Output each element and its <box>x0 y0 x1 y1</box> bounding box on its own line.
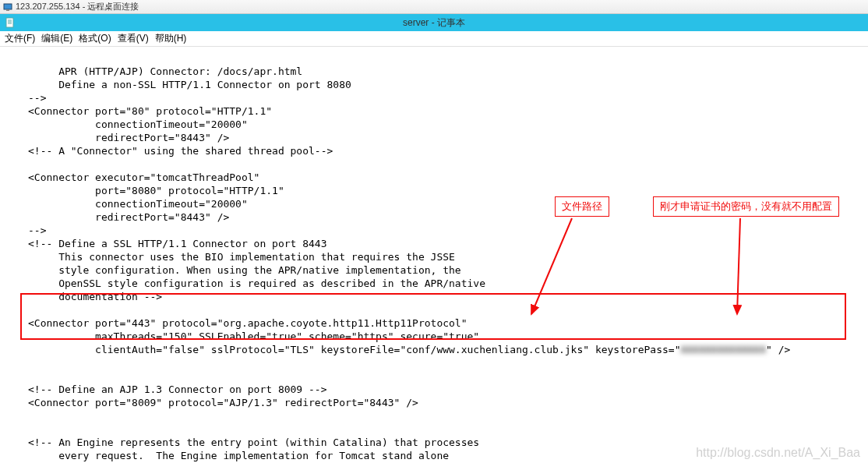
svg-rect-0 <box>4 4 12 9</box>
menu-help[interactable]: 帮助(H) <box>155 32 187 45</box>
code-line: This connector uses the BIO implementati… <box>28 251 455 263</box>
code-line: <Connector port="443" protocol="org.apac… <box>28 317 468 329</box>
menu-view[interactable]: 查看(V) <box>118 32 149 45</box>
notepad-titlebar: server - 记事本 <box>0 14 868 31</box>
editor-content[interactable]: APR (HTTP/AJP) Connector: /docs/apr.html… <box>0 47 868 463</box>
notepad-title-text: server - 记事本 <box>403 16 465 30</box>
code-line: clientAuth="false" sslProtocol="TLS" key… <box>28 344 790 355</box>
annotation-file-path: 文件路径 <box>555 196 609 217</box>
rdp-icon <box>3 2 12 12</box>
code-line: <!-- Define an AJP 1.3 Connector on port… <box>28 383 327 395</box>
svg-rect-1 <box>6 9 9 11</box>
code-line: redirectPort="8443" /> <box>28 132 229 143</box>
menu-file[interactable]: 文件(F) <box>5 32 35 45</box>
watermark: http://blog.csdn.net/A_Xi_Baa <box>696 446 860 460</box>
rdp-title-text: 123.207.255.134 - 远程桌面连接 <box>16 1 139 12</box>
code-line: <!-- Define a SSL HTTP/1.1 Connector on … <box>28 238 327 249</box>
code-line: every request. The Engine implementation… <box>28 450 449 461</box>
code-line: --> <box>28 92 46 104</box>
code-line: <!-- A "Connector" using the shared thre… <box>28 145 333 157</box>
annotation-cert-password: 刚才申请证书的密码，没有就不用配置 <box>653 196 839 217</box>
code-line: <Connector port="80" protocol="HTTP/1.1" <box>28 105 272 117</box>
code-line: Define a non-SSL HTTP/1.1 Connector on p… <box>28 79 351 90</box>
rdp-titlebar: 123.207.255.134 - 远程桌面连接 <box>0 0 868 14</box>
code-line: <Connector port="8009" protocol="AJP/1.3… <box>28 397 418 408</box>
menubar: 文件(F) 编辑(E) 格式(O) 查看(V) 帮助(H) <box>0 31 868 47</box>
document-icon <box>5 17 16 28</box>
menu-format[interactable]: 格式(O) <box>79 32 111 45</box>
code-line: APR (HTTP/AJP) Connector: /docs/apr.html <box>28 65 302 77</box>
code-line: --> <box>28 224 46 236</box>
svg-rect-2 <box>6 18 13 27</box>
code-line: style configuration. When using the APR/… <box>28 264 461 276</box>
code-line: connectionTimeout="20000" <box>28 198 248 210</box>
code-line: OpenSSL style configuration is required … <box>28 277 485 289</box>
menu-edit[interactable]: 编辑(E) <box>41 32 72 45</box>
code-line: maxThreads="150" SSLEnabled="true" schem… <box>28 330 479 342</box>
code-line: redirectPort="8443" /> <box>28 211 229 223</box>
code-line: <!-- An Engine represents the entry poin… <box>28 436 479 448</box>
code-line: connectionTimeout="20000" <box>28 118 248 130</box>
blurred-password: XXXXXXXXXXXXXX <box>680 344 766 355</box>
code-line: <Connector executor="tomcatThreadPool" <box>28 171 259 183</box>
code-line: documentation --> <box>28 291 162 302</box>
code-line: port="8080" protocol="HTTP/1.1" <box>28 185 284 196</box>
